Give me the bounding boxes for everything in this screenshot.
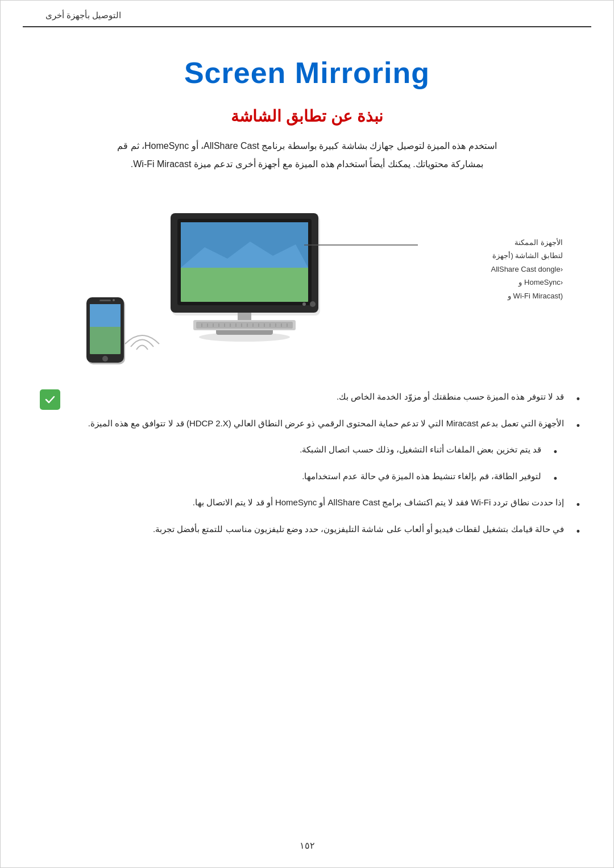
bullet-text-5: إذا حددت نطاق تردد Wi-Fi فقد لا يتم اكتش… <box>34 495 564 510</box>
bullet-item-6: • في حالة قيامك بتشغيل لقطات فيديو أو أل… <box>34 522 580 541</box>
svg-rect-33 <box>90 304 121 327</box>
annotation-line1: ‹AllShare Cast dongle <box>491 263 563 276</box>
svg-point-35 <box>102 356 108 362</box>
page-number-text: ١٥٢ <box>300 841 315 850</box>
bullet-item-2: • الأجهزة التي تعمل بدعم Miracast التي ل… <box>34 416 580 435</box>
notes-section: • قد لا تتوفر هذه الميزة حسب منطقتك أو م… <box>34 389 580 541</box>
annotation-subtitle: لتطابق الشاشة (أجهزة <box>491 249 563 262</box>
svg-rect-36 <box>99 300 111 301</box>
bullet-item-4: • لتوفير الطاقة، قم بإلغاء تنشيط هذه الم… <box>34 469 580 488</box>
bullet-text-4: لتوفير الطاقة، قم بإلغاء تنشيط هذه الميز… <box>34 469 541 484</box>
tv-illustration <box>136 196 352 344</box>
bullets-list: • قد لا تتوفر هذه الميزة حسب منطقتك أو م… <box>34 389 580 541</box>
bullet-item-5: • إذا حددت نطاق تردد Wi-Fi فقد لا يتم اك… <box>34 495 580 514</box>
diagram-section: الأجهزة الممكنة لتطابق الشاشة (أجهزة ‹Al… <box>34 190 580 372</box>
svg-rect-6 <box>181 268 308 302</box>
bullet-text-6: في حالة قيامك بتشغيل لقطات فيديو أو ألعا… <box>34 522 564 537</box>
bullet-text-3: قد يتم تخزين بعض الملفات أثناء التشغيل، … <box>34 442 541 457</box>
annotation-box: الأجهزة الممكنة لتطابق الشاشة (أجهزة ‹Al… <box>491 236 563 302</box>
annotation-line2: ‹HomeSync و <box>491 276 563 289</box>
svg-point-37 <box>113 299 115 301</box>
bullet-item-1: • قد لا تتوفر هذه الميزة حسب منطقتك أو م… <box>34 389 580 408</box>
svg-rect-13 <box>196 322 293 329</box>
annotation-title: الأجهزة الممكنة <box>491 236 563 249</box>
annotation-line3: (Wi-Fi Miracast و <box>491 289 563 302</box>
bullet-text-1: قد لا تتوفر هذه الميزة حسب منطقتك أو مزو… <box>34 389 564 404</box>
svg-point-11 <box>302 302 306 306</box>
page-number: ١٥٢ <box>0 840 614 851</box>
svg-point-10 <box>310 301 316 307</box>
wireless-signal <box>119 315 165 361</box>
bullet-item-3: • قد يتم تخزين بعض الملفات أثناء التشغيل… <box>34 442 580 461</box>
bullet-text-2: الأجهزة التي تعمل بدعم Miracast التي لا … <box>34 416 564 431</box>
svg-rect-34 <box>90 327 121 354</box>
note-icon <box>40 389 60 410</box>
